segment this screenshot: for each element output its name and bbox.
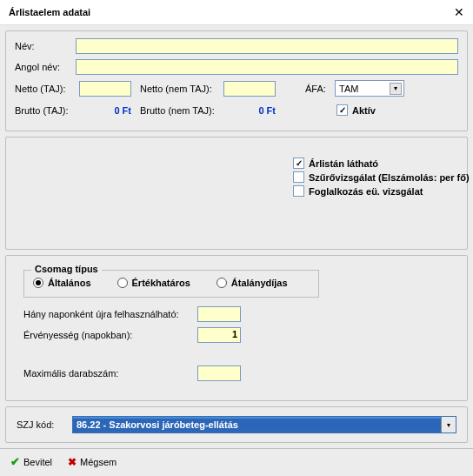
cancel-label: Mégsem [80,457,117,467]
reuse-input[interactable] [197,306,241,322]
afa-value: TAM [339,84,358,94]
netto-nemtaj-label: Netto (nem TAJ): [140,84,220,94]
chevron-down-icon: ▾ [390,83,402,95]
radio-general-dot [33,278,43,288]
radio-general-label: Általános [48,278,91,288]
reuse-label: Hány naponként újra felhasználható: [23,309,197,319]
brutto-nemtaj-value: 0 Ft [223,105,276,116]
brutto-taj-value: 0 Ft [79,105,131,116]
english-name-label: Angol név: [15,62,76,72]
occup-checkbox-row[interactable]: Foglalkozás eü. vizsgálat [293,185,470,197]
afa-label: ÁFA: [305,84,331,94]
screening-label: Szűrővizsgálat (Elszámolás: per fő) [309,172,470,183]
visible-checkbox[interactable] [293,158,304,169]
brutto-taj-label: Brutto (TAJ): [15,105,76,116]
szj-label: SZJ kód: [17,419,65,430]
aktiv-checkbox-row[interactable]: Aktív [336,104,376,116]
radio-limit-label: Értékhatáros [132,278,190,288]
ok-button[interactable]: ✔ Bevitel [10,455,52,468]
screening-checkbox-row[interactable]: Szűrővizsgálat (Elszámolás: per fő) [293,171,470,183]
radio-flat-dot [217,278,227,288]
button-bar: ✔ Bevitel ✖ Mégsem [0,448,473,474]
netto-nemtaj-input[interactable] [223,81,276,97]
options-panel: Árlistán látható Szűrővizsgálat (Elszámo… [5,137,468,250]
x-icon: ✖ [68,456,77,468]
ok-label: Bevitel [23,457,52,467]
check-icon: ✔ [10,455,20,468]
visible-label: Árlistán látható [309,158,378,169]
radio-flat[interactable]: Átalánydíjas [217,278,288,288]
occup-checkbox[interactable] [293,185,304,197]
afa-select[interactable]: TAM ▾ [335,80,404,97]
szj-value: 86.22 - Szakorvosi járóbeteg-ellátás [73,419,441,431]
package-legend: Csomag típus [31,264,102,274]
aktiv-checkbox[interactable] [336,104,348,116]
radio-limit[interactable]: Értékhatáros [117,278,190,288]
validity-input[interactable]: 1 [197,327,241,343]
radio-general[interactable]: Általános [33,278,91,288]
titlebar: Árlistaelem adatai ✕ [0,0,473,25]
package-fieldset: Csomag típus Általános Értékhatáros Átal… [23,270,319,298]
radio-limit-dot [117,278,128,288]
name-label: Név: [15,41,76,51]
cancel-button[interactable]: ✖ Mégsem [68,455,117,468]
max-input[interactable] [197,365,241,381]
szj-select[interactable]: 86.22 - Szakorvosi járóbeteg-ellátás ▾ [72,416,456,433]
window-title: Árlistaelem adatai [9,7,90,17]
basic-panel: Név: Angol név: Netto (TAJ): Netto (nem … [5,30,468,131]
close-icon[interactable]: ✕ [454,5,464,19]
chevron-down-icon: ▾ [441,417,456,432]
english-name-input[interactable] [76,59,458,75]
visible-checkbox-row[interactable]: Árlistán látható [293,158,470,169]
netto-taj-input[interactable] [79,81,131,97]
validity-label: Érvényesség (napokban): [23,330,197,340]
szj-panel: SZJ kód: 86.22 - Szakorvosi járóbeteg-el… [5,406,468,443]
name-input[interactable] [76,38,458,54]
max-label: Maximális darabszám: [23,368,197,379]
netto-taj-label: Netto (TAJ): [15,84,76,94]
brutto-nemtaj-label: Brutto (nem TAJ): [140,105,220,116]
occup-label: Foglalkozás eü. vizsgálat [309,186,423,197]
package-panel: Csomag típus Általános Értékhatáros Átal… [5,255,468,401]
screening-checkbox[interactable] [293,171,304,183]
aktiv-label: Aktív [352,105,376,116]
radio-flat-label: Átalánydíjas [231,278,288,288]
